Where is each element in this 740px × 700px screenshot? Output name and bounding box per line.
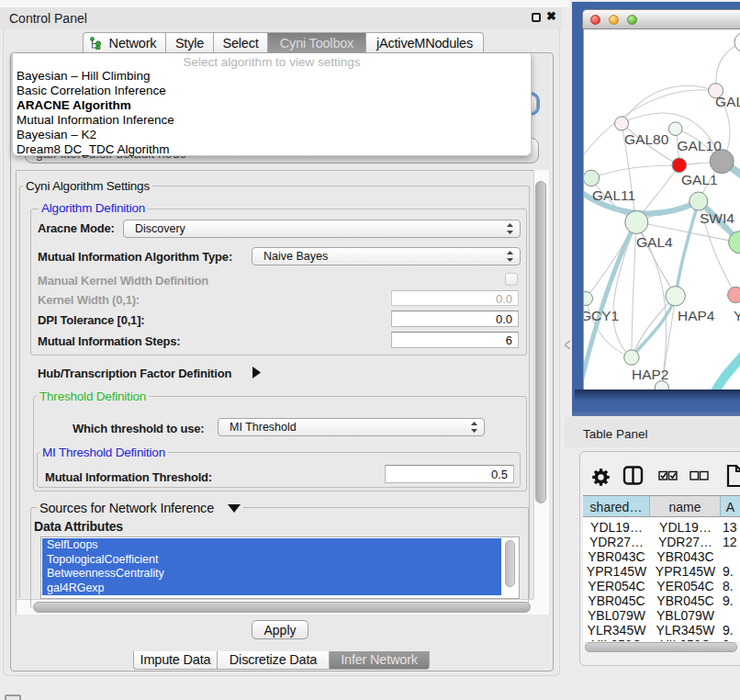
svg-text:GAL80: GAL80 (624, 131, 669, 147)
svg-text:GCY1: GCY1 (584, 308, 619, 323)
svg-text:GAL2: GAL2 (715, 94, 740, 109)
svg-text:GAL4: GAL4 (636, 234, 673, 250)
svg-text:YE: YE (734, 308, 740, 323)
svg-text:GAL10: GAL10 (678, 138, 723, 153)
svg-text:GAL11: GAL11 (592, 187, 635, 203)
svg-text:SWI4: SWI4 (700, 210, 734, 226)
svg-text:HAP4: HAP4 (678, 308, 715, 323)
svg-text:GAL1: GAL1 (681, 172, 718, 187)
svg-text:HAP2: HAP2 (632, 367, 669, 382)
